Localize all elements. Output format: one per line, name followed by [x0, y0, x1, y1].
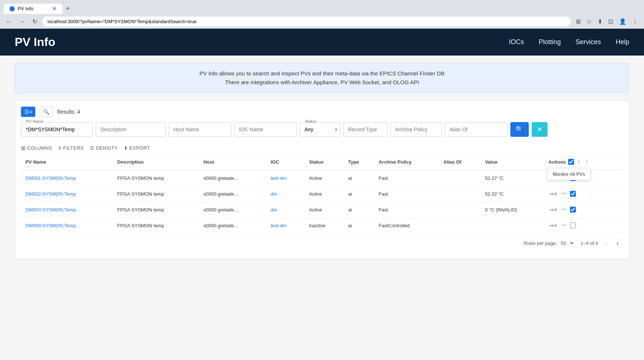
nav-services[interactable]: Services — [576, 38, 601, 46]
cell-value: 52.27 °C — [481, 170, 544, 186]
density-toolbar-item[interactable]: ☰ DENSITY — [90, 145, 118, 151]
table-row: DM003:SYSMON:Temp FPGA SYSMON temp s0000… — [21, 202, 623, 218]
address-bar[interactable]: localhost:3000/?pvName=*DM*SYSMON*Temp&s… — [42, 17, 571, 26]
select-all-checkbox[interactable] — [568, 159, 574, 165]
cell-host: s0000.gretade... — [199, 170, 266, 186]
reload-button[interactable]: ↻ — [30, 17, 39, 26]
rows-per-page-select[interactable]: 50 25 100 — [559, 240, 575, 246]
table-row: DM999:SYSMON:Temp FPGA SYSMON temp s0000… — [21, 218, 623, 234]
action-plot-button[interactable]: 〰 — [560, 190, 568, 198]
ioc-name-input[interactable] — [234, 122, 297, 137]
cell-actions: ⇒≡ 〰 — [544, 202, 623, 218]
ioc-link[interactable]: dm — [271, 191, 277, 197]
main-content: PV Info allows you to search and inspect… — [0, 56, 644, 267]
cell-alias-of — [439, 186, 481, 202]
cell-description: FPGA SYSMON temp — [113, 186, 199, 202]
archive-policy-input[interactable] — [390, 122, 442, 137]
host-name-input[interactable] — [169, 122, 231, 137]
back-button[interactable]: ← — [4, 17, 14, 26]
info-line1: PV Info allows you to search and inspect… — [21, 69, 623, 78]
th-value: Value — [481, 154, 544, 170]
page-range: 1–4 of 4 — [581, 240, 598, 246]
app-title: PV Info — [15, 35, 55, 49]
app-header: PV Info IOCs Plotting Services Help — [0, 29, 644, 56]
browser-tab[interactable]: PV Info ✕ — [4, 4, 63, 14]
prev-page-button[interactable]: ‹ — [604, 238, 609, 249]
rows-per-page: Rows per page: 50 25 100 — [524, 240, 575, 246]
table-row: DM002:SYSMON:Temp FPGA SYSMON temp s0000… — [21, 186, 623, 202]
next-page-button[interactable]: › — [615, 238, 620, 249]
columns-toolbar-item[interactable]: ▥ COLUMNS — [21, 145, 52, 151]
ioc-name-field — [234, 122, 297, 137]
status-select[interactable]: Any Active Inactive — [300, 122, 340, 137]
nav-help[interactable]: Help — [616, 38, 629, 46]
action-plot-button[interactable]: 〰 — [560, 206, 568, 214]
cell-value: 0 °C (INVALID) — [481, 202, 544, 218]
th-alias-of: Alias Of — [439, 154, 481, 170]
cell-pv-name: DM001:SYSMON:Temp — [21, 170, 113, 186]
profile-button[interactable]: 👤 — [617, 17, 629, 26]
cell-status: Active — [305, 170, 344, 186]
filters-toolbar-item[interactable]: ⧖ FILTERS — [58, 145, 84, 151]
description-input[interactable] — [96, 122, 166, 137]
cell-ioc: test-dm — [266, 218, 305, 234]
tab-icon-button[interactable]: ⊡ — [606, 17, 615, 26]
actions-label: Actions — [548, 159, 566, 165]
action-select-checkbox[interactable] — [570, 207, 576, 213]
cell-ioc: test-dm — [266, 170, 305, 186]
cell-description: FPGA SYSMON temp — [113, 170, 199, 186]
pv-name-link[interactable]: DM003:SYSMON:Temp — [25, 207, 76, 213]
columns-label: COLUMNS — [27, 145, 53, 151]
ioc-link[interactable]: dm — [271, 207, 277, 213]
action-info-button[interactable]: ⇒≡ — [548, 221, 558, 229]
tab-favicon — [10, 6, 15, 11]
columns-icon: ▥ — [21, 145, 26, 151]
nav-plotting[interactable]: Plotting — [539, 38, 561, 46]
cell-alias-of — [439, 218, 481, 234]
search-area: ☰≡ 🔍 Results: 4 PV Name Status — [15, 100, 629, 259]
cell-type: ai — [344, 202, 374, 218]
action-select-checkbox[interactable] — [570, 191, 576, 197]
pv-name-link[interactable]: DM999:SYSMON:Temp — [25, 223, 76, 228]
action-plot-button[interactable]: 〰 — [560, 221, 568, 229]
new-tab-button[interactable]: + — [63, 3, 73, 14]
more-options-button[interactable]: ⋮ — [630, 17, 640, 26]
nav-iocs[interactable]: IOCs — [509, 38, 524, 46]
advanced-search-button[interactable]: 🔍 — [40, 107, 53, 117]
action-info-button[interactable]: ⇒≡ — [548, 206, 558, 214]
cell-actions: ⇒≡ 〰 — [544, 186, 623, 202]
extensions-button[interactable]: ⊞ — [574, 17, 583, 26]
cell-status: Active — [305, 186, 344, 202]
filter-row: PV Name Status Any Active Inactive — [21, 122, 623, 137]
more-actions-button[interactable]: ⋮ Monitor All PVs — [583, 158, 591, 166]
alias-of-input[interactable] — [445, 122, 507, 137]
cell-type: ai — [344, 218, 374, 234]
download-button[interactable]: ⬇ — [595, 17, 605, 26]
pv-name-link[interactable]: DM001:SYSMON:Temp — [25, 175, 76, 181]
pv-name-link[interactable]: DM002:SYSMON:Temp — [25, 191, 76, 197]
export-toolbar-item[interactable]: ⬇ EXPORT — [124, 145, 150, 151]
tab-close-button[interactable]: ✕ — [52, 6, 57, 12]
sort-actions-button[interactable]: ↑ — [576, 158, 581, 166]
pv-name-input[interactable] — [21, 122, 93, 137]
cell-description: FPGA SYSMON temp — [113, 202, 199, 218]
record-type-input[interactable] — [343, 122, 387, 137]
standard-search-button[interactable]: ☰≡ — [21, 107, 35, 117]
cell-archive-policy: Fast — [374, 186, 439, 202]
search-button[interactable]: 🔍 — [510, 122, 529, 137]
clear-button[interactable]: ✕ — [532, 122, 548, 137]
star-button[interactable]: ☆ — [584, 17, 594, 26]
cell-alias-of — [439, 170, 481, 186]
archive-policy-field — [390, 122, 442, 137]
forward-button[interactable]: → — [17, 17, 27, 26]
cell-type: ai — [344, 170, 374, 186]
results-label: Results: 4 — [57, 109, 80, 115]
description-field — [96, 122, 166, 137]
filters-label: FILTERS — [63, 145, 84, 151]
action-info-button[interactable]: ⇒≡ — [548, 190, 558, 198]
ioc-link[interactable]: test-dm — [271, 223, 286, 228]
export-label: EXPORT — [129, 145, 150, 151]
cell-status: Active — [305, 202, 344, 218]
ioc-link[interactable]: test-dm — [271, 175, 286, 181]
action-select-checkbox[interactable] — [570, 222, 576, 228]
